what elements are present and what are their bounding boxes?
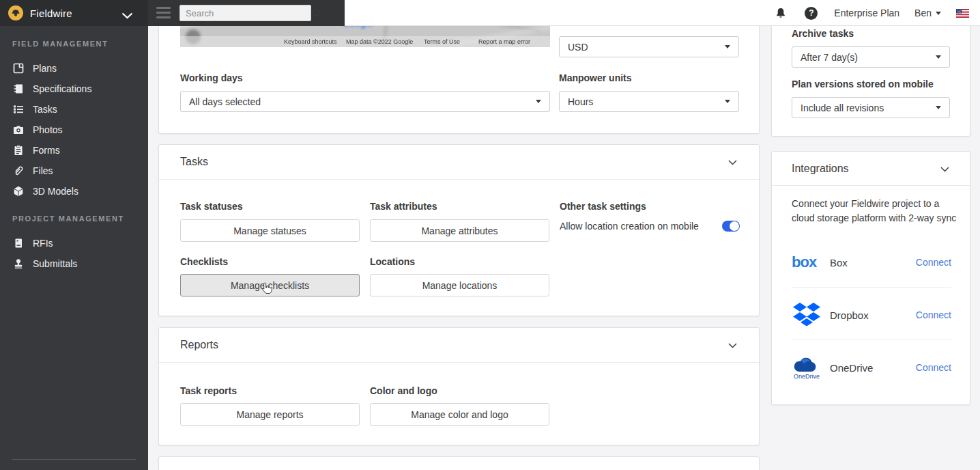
integrations-card: Integrations Connect your Fieldwire proj… — [771, 151, 970, 405]
map-data-label: Map data ©2022 Google — [346, 38, 413, 45]
archive-tasks-label: Archive tasks — [792, 28, 854, 39]
manpower-units-select[interactable]: Hours — [559, 91, 739, 112]
search-icon[interactable] — [311, 8, 321, 18]
task-statuses-label: Task statuses — [180, 201, 243, 212]
project-switcher[interactable]: Fieldwire — [0, 0, 148, 26]
integration-row-onedrive: OneDrive OneDrive Connect — [792, 347, 951, 388]
chevron-down-icon — [936, 106, 941, 109]
other-task-settings-label: Other task settings — [560, 201, 646, 212]
currency-select[interactable]: USD — [559, 36, 739, 57]
search-box[interactable] — [179, 5, 311, 21]
checklists-label: Checklists — [180, 256, 228, 267]
working-days-label: Working days — [180, 72, 243, 83]
sidebar-item-label: Files — [33, 165, 53, 176]
dropbox-logo — [793, 303, 820, 327]
manage-locations-button[interactable]: Manage locations — [370, 274, 549, 296]
photos-icon — [12, 124, 24, 136]
reports-card-title: Reports — [180, 339, 218, 351]
sidebar-item-label: RFIs — [33, 238, 53, 249]
plan-badge[interactable]: Enterprise Plan — [834, 8, 899, 18]
next-settings-card — [158, 456, 760, 470]
sidebar-item-label: Plans — [33, 63, 57, 74]
menu-toggle-icon[interactable] — [156, 7, 171, 18]
integration-row-box: box Box Connect — [792, 242, 951, 283]
rfi-document-icon — [12, 238, 24, 249]
onedrive-logo: OneDrive — [792, 356, 822, 380]
chevron-down-icon[interactable] — [121, 10, 133, 22]
user-name: Ben — [914, 8, 932, 18]
manage-statuses-button[interactable]: Manage statuses — [180, 219, 360, 242]
toggle-knob — [730, 221, 739, 231]
sidebar-item-label: Forms — [33, 145, 60, 156]
chevron-down-icon — [936, 12, 941, 15]
tasks-icon — [12, 104, 24, 115]
chevron-down-icon[interactable] — [728, 343, 737, 348]
help-icon[interactable]: ? — [805, 7, 818, 20]
language-flag-us-icon[interactable] — [956, 9, 969, 18]
manage-color-logo-button[interactable]: Manage color and logo — [370, 403, 549, 426]
brand-name: Fieldwire — [30, 8, 72, 19]
sidebar-item-tasks[interactable]: Tasks — [0, 99, 148, 120]
sidebar-item-label: 3D Models — [33, 186, 78, 197]
plan-versions-label: Plan versions stored on mobile — [792, 79, 934, 89]
map-attribution-bar: Keyboard shortcuts Map data ©2022 Google… — [180, 36, 550, 47]
box-connect-link[interactable]: Connect — [916, 257, 951, 268]
sidebar-item-plans[interactable]: Plans — [0, 58, 148, 79]
search-input[interactable] — [180, 8, 311, 18]
box-logo: box — [792, 253, 816, 271]
chevron-down-icon — [725, 100, 730, 103]
specifications-icon — [12, 83, 24, 95]
files-icon — [12, 165, 24, 177]
integration-row-dropbox: Dropbox Connect — [792, 294, 951, 335]
divider — [792, 287, 951, 288]
chevron-down-icon — [936, 55, 941, 59]
sidebar-item-photos[interactable]: Photos — [0, 120, 148, 140]
plans-icon — [12, 63, 24, 74]
allow-location-creation-label: Allow location creation on mobile — [560, 221, 699, 232]
tasks-card-header[interactable]: Tasks — [159, 145, 759, 180]
sidebar-item-label: Specifications — [33, 83, 91, 94]
map-report-error-link[interactable]: Report a map error — [478, 38, 530, 45]
sidebar-section-field-management: FIELD MANAGEMENT — [12, 38, 108, 49]
archive-tasks-value: After 7 day(s) — [801, 52, 858, 63]
chevron-down-icon[interactable] — [728, 160, 737, 165]
chevron-down-icon[interactable] — [940, 167, 949, 172]
integrations-card-title: Integrations — [792, 163, 849, 175]
manage-reports-button[interactable]: Manage reports — [180, 403, 360, 426]
color-and-logo-label: Color and logo — [370, 385, 437, 396]
sidebar-item-label: Submittals — [33, 258, 77, 269]
user-menu[interactable]: Ben — [914, 8, 941, 18]
sidebar-section-project-management: PROJECT MANAGEMENT — [12, 213, 124, 224]
plan-versions-value: Include all revisions — [801, 102, 884, 113]
tasks-settings-card: Tasks Task statuses Task attributes Othe… — [158, 144, 760, 316]
cube-icon — [12, 186, 24, 197]
map-keyboard-shortcuts-link[interactable]: Keyboard shortcuts — [284, 38, 337, 45]
sidebar-item-forms[interactable]: Forms — [0, 140, 148, 161]
divider — [12, 459, 136, 460]
sidebar-item-label: Photos — [33, 124, 63, 135]
allow-location-creation-toggle[interactable] — [722, 221, 740, 232]
notifications-bell-icon[interactable] — [775, 7, 787, 20]
archive-tasks-select[interactable]: After 7 day(s) — [792, 46, 950, 68]
sidebar-item-files[interactable]: Files — [0, 161, 148, 181]
sidebar-item-3d-models[interactable]: 3D Models — [0, 181, 148, 202]
reports-card-header[interactable]: Reports — [159, 328, 759, 363]
sidebar-item-rfis[interactable]: RFIs — [0, 233, 148, 253]
integration-name: Dropbox — [830, 309, 869, 321]
map-terms-link[interactable]: Terms of Use — [424, 38, 460, 45]
dropbox-connect-link[interactable]: Connect — [916, 309, 951, 320]
working-days-value: All days selected — [189, 96, 261, 107]
currency-value: USD — [568, 42, 588, 53]
integration-name: Box — [830, 257, 848, 268]
sidebar-item-submittals[interactable]: Submittals — [0, 253, 148, 274]
onedrive-connect-link[interactable]: Connect — [916, 362, 951, 373]
manage-attributes-button[interactable]: Manage attributes — [370, 219, 549, 242]
mouse-cursor-pointer-icon — [261, 282, 272, 297]
sidebar-item-specifications[interactable]: Specifications — [0, 79, 148, 99]
task-reports-label: Task reports — [180, 385, 237, 396]
working-days-select[interactable]: All days selected — [180, 91, 550, 112]
plan-versions-select[interactable]: Include all revisions — [792, 97, 950, 118]
stamp-icon — [12, 258, 24, 270]
integrations-card-header[interactable]: Integrations — [772, 152, 970, 186]
tasks-card-title: Tasks — [180, 156, 208, 168]
